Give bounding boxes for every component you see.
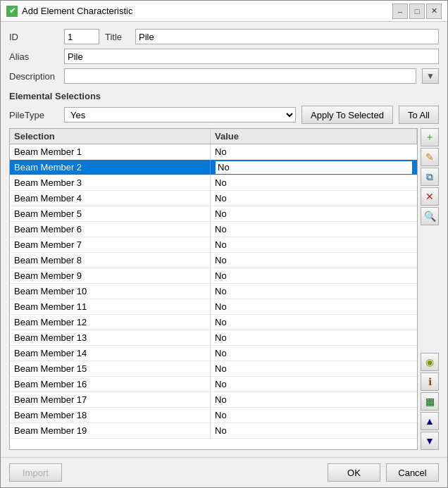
table-row[interactable]: Beam Member 18No: [10, 408, 417, 423]
bottom-right: OK Cancel: [328, 463, 439, 482]
cell-value: No: [211, 423, 417, 438]
delete-button[interactable]: ✕: [421, 187, 439, 206]
table-row[interactable]: Beam Member 1No: [10, 144, 417, 160]
table-body[interactable]: Beam Member 1NoBeam Member 2Beam Member …: [10, 144, 417, 449]
table-row[interactable]: Beam Member 7No: [10, 237, 417, 253]
cell-value: No: [211, 284, 417, 299]
cell-value: No: [211, 361, 417, 376]
cell-selection: Beam Member 9: [10, 268, 211, 283]
window-title: Add Element Characteristic: [22, 6, 392, 16]
bottom-bar: Import OK Cancel: [1, 457, 447, 487]
search-button[interactable]: 🔍: [421, 207, 439, 225]
alias-row: Alias: [9, 49, 439, 64]
table-row[interactable]: Beam Member 9No: [10, 268, 417, 284]
title-bar-buttons: – □ ✕: [392, 4, 442, 19]
copy-button[interactable]: ⧉: [421, 168, 439, 186]
table-row[interactable]: Beam Member 11No: [10, 299, 417, 315]
cell-value: No: [211, 268, 417, 283]
cell-selection: Beam Member 13: [10, 330, 211, 345]
cell-selection: Beam Member 14: [10, 346, 211, 361]
cell-selection: Beam Member 2: [10, 160, 211, 175]
title-label: Title: [105, 32, 130, 42]
cancel-button[interactable]: Cancel: [386, 463, 439, 482]
down-button[interactable]: ▼: [421, 432, 439, 450]
table-row[interactable]: Beam Member 2: [10, 160, 417, 175]
side-buttons: ＋ ✎ ⧉ ✕ 🔍 ◉ ℹ ▦ ▲ ▼: [421, 128, 439, 450]
col-selection-header: Selection: [10, 129, 211, 144]
cell-value: No: [211, 408, 417, 423]
description-dropdown-button[interactable]: ▼: [422, 68, 439, 84]
alias-input[interactable]: [64, 49, 439, 64]
table-row[interactable]: Beam Member 12No: [10, 315, 417, 330]
cell-selection: Beam Member 6: [10, 222, 211, 237]
cell-selection: Beam Member 1: [10, 144, 211, 159]
table-row[interactable]: Beam Member 8No: [10, 253, 417, 268]
table-row[interactable]: Beam Member 17No: [10, 392, 417, 408]
cell-selection: Beam Member 4: [10, 191, 211, 206]
pile-type-label: PileType: [9, 110, 58, 120]
cell-value: No: [211, 222, 417, 237]
cell-selection: Beam Member 18: [10, 408, 211, 423]
cell-value: No: [211, 315, 417, 330]
title-input[interactable]: [135, 29, 439, 44]
info-button[interactable]: ℹ: [421, 373, 439, 391]
col-value-header: Value: [211, 129, 417, 144]
table-header: Selection Value: [10, 129, 417, 144]
cell-selection: Beam Member 19: [10, 423, 211, 438]
id-input[interactable]: [64, 29, 99, 44]
cell-selection: Beam Member 3: [10, 175, 211, 190]
import-button[interactable]: Import: [9, 463, 62, 482]
alias-label: Alias: [9, 51, 58, 62]
pile-type-select[interactable]: Yes No: [64, 107, 296, 123]
cell-value: [211, 160, 417, 175]
cell-selection: Beam Member 16: [10, 377, 211, 392]
table-row[interactable]: Beam Member 4No: [10, 191, 417, 206]
table-row[interactable]: Beam Member 15No: [10, 361, 417, 377]
edit-button[interactable]: ✎: [421, 148, 439, 166]
up-button[interactable]: ▲: [421, 412, 439, 430]
maximize-button[interactable]: □: [409, 4, 425, 19]
table-row[interactable]: Beam Member 6No: [10, 222, 417, 237]
table-row[interactable]: Beam Member 19No: [10, 423, 417, 439]
description-label: Description: [9, 71, 58, 82]
cell-selection: Beam Member 15: [10, 361, 211, 376]
cell-value: No: [211, 330, 417, 345]
cell-selection: Beam Member 8: [10, 253, 211, 268]
minimize-button[interactable]: –: [392, 4, 408, 19]
cell-selection: Beam Member 7: [10, 237, 211, 252]
table-row[interactable]: Beam Member 10No: [10, 284, 417, 299]
close-button[interactable]: ✕: [426, 4, 442, 19]
elemental-section-label: Elemental Selections: [9, 91, 439, 101]
cell-value-input[interactable]: [215, 161, 413, 175]
title-bar: ✔ Add Element Characteristic – □ ✕: [1, 1, 447, 22]
cell-selection: Beam Member 17: [10, 392, 211, 407]
bottom-left: Import: [9, 463, 62, 482]
cell-value: No: [211, 191, 417, 206]
cell-selection: Beam Member 5: [10, 206, 211, 221]
layer-button[interactable]: ◉: [421, 353, 439, 371]
cell-value: No: [211, 206, 417, 221]
table-row[interactable]: Beam Member 5No: [10, 206, 417, 222]
table-row[interactable]: Beam Member 16No: [10, 377, 417, 392]
cell-value: No: [211, 144, 417, 159]
add-button[interactable]: ＋: [421, 128, 439, 146]
cell-value: No: [211, 346, 417, 361]
table-row[interactable]: Beam Member 13No: [10, 330, 417, 346]
cell-value: No: [211, 299, 417, 314]
table-wrapper: Selection Value Beam Member 1NoBeam Memb…: [9, 128, 418, 450]
description-input[interactable]: [64, 68, 416, 84]
apply-to-selected-button[interactable]: Apply To Selected: [301, 106, 393, 124]
table-row[interactable]: Beam Member 14No: [10, 346, 417, 361]
cell-selection: Beam Member 10: [10, 284, 211, 299]
id-title-row: ID Title: [9, 29, 439, 44]
content-area: ID Title Alias Description ▼ Elemental S…: [1, 22, 447, 457]
grid-button[interactable]: ▦: [421, 392, 439, 411]
apply-to-all-button[interactable]: To All: [399, 106, 439, 124]
table-container: Selection Value Beam Member 1NoBeam Memb…: [9, 128, 439, 450]
table-row[interactable]: Beam Member 3No: [10, 175, 417, 191]
cell-value: No: [211, 377, 417, 392]
main-window: ✔ Add Element Characteristic – □ ✕ ID Ti…: [0, 0, 448, 488]
cell-value: No: [211, 253, 417, 268]
ok-button[interactable]: OK: [328, 463, 380, 482]
cell-value: No: [211, 392, 417, 407]
